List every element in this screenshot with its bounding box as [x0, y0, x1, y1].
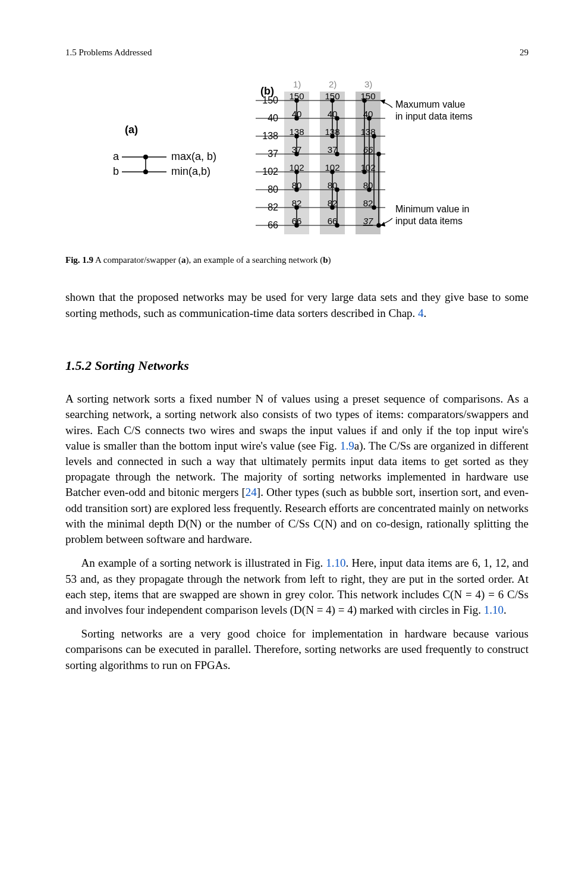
svg-text:40: 40 — [327, 109, 337, 119]
svg-text:82: 82 — [327, 198, 337, 208]
svg-marker-87 — [381, 222, 385, 227]
svg-text:80: 80 — [291, 180, 301, 190]
fig-1-10-link-a[interactable]: 1.10 — [326, 557, 345, 569]
section-1-5-2-heading: 1.5.2 Sorting Networks — [65, 357, 529, 375]
svg-text:37: 37 — [327, 145, 337, 155]
svg-text:138: 138 — [360, 127, 375, 137]
fig-1-10-link-b[interactable]: 1.10 — [484, 604, 504, 616]
panel-b-left-values: 150 40 138 37 102 80 82 66 — [262, 95, 278, 230]
page-header: 1.5 Problems Addressed 29 — [65, 46, 529, 59]
panel-a-input-b: b — [113, 165, 119, 177]
svg-text:37: 37 — [363, 216, 373, 226]
svg-text:82: 82 — [363, 198, 373, 208]
panel-a-label: (a) — [125, 124, 138, 136]
paragraph-4: Sorting networks are a very good choice … — [65, 626, 529, 673]
svg-text:150: 150 — [325, 91, 339, 101]
phase-3: 3) — [364, 79, 372, 89]
annotation-min-line1: Minimum value in — [395, 204, 469, 214]
panel-a-input-a: a — [113, 150, 120, 162]
svg-text:37: 37 — [291, 145, 301, 155]
svg-text:40: 40 — [291, 109, 301, 119]
annotation-min-line2: input data items — [395, 216, 463, 226]
section-label: 1.5 Problems Addressed — [65, 46, 152, 59]
svg-point-61 — [377, 224, 381, 227]
svg-text:138: 138 — [289, 127, 304, 137]
svg-text:66: 66 — [363, 145, 373, 155]
svg-text:138: 138 — [325, 127, 339, 137]
figure-1-9-caption: Fig. 1.9 A comparator/swapper (a), an ex… — [65, 254, 529, 266]
annotation-max-line2: in input data items — [395, 111, 473, 121]
phase-2: 2) — [329, 79, 337, 89]
chapter-4-link[interactable]: 4 — [418, 307, 424, 319]
paragraph-3: An example of a sorting network is illus… — [65, 555, 529, 618]
svg-text:150: 150 — [360, 91, 375, 101]
svg-marker-86 — [381, 99, 385, 104]
lead-in-paragraph: shown that the proposed networks may be … — [65, 290, 529, 321]
svg-text:102: 102 — [289, 162, 304, 172]
figure-1-9: (a) a b max(a, b) min(a,b) (b) 1) 2) 3) — [65, 77, 529, 266]
svg-text:80: 80 — [327, 180, 337, 190]
svg-text:66: 66 — [327, 216, 337, 226]
ref-24-link[interactable]: 24 — [246, 486, 257, 498]
panel-a-output-max: max(a, b) — [171, 150, 216, 162]
svg-text:150: 150 — [289, 91, 304, 101]
panel-a-output-min: min(a,b) — [171, 165, 210, 177]
svg-text:82: 82 — [291, 198, 301, 208]
paragraph-2: A sorting network sorts a fixed number N… — [65, 391, 529, 547]
phase-1: 1) — [293, 79, 301, 89]
svg-text:102: 102 — [360, 162, 375, 172]
svg-point-60 — [377, 152, 381, 156]
page-number: 29 — [520, 46, 529, 59]
svg-text:66: 66 — [291, 216, 301, 226]
fig-1-9-link[interactable]: 1.9 — [340, 439, 354, 452]
annotation-max-line1: Maxumum value — [395, 99, 465, 109]
svg-text:80: 80 — [363, 180, 373, 190]
figure-1-9-svg: (a) a b max(a, b) min(a,b) (b) 1) 2) 3) — [77, 77, 517, 243]
svg-text:40: 40 — [363, 109, 373, 119]
svg-text:102: 102 — [325, 162, 339, 172]
